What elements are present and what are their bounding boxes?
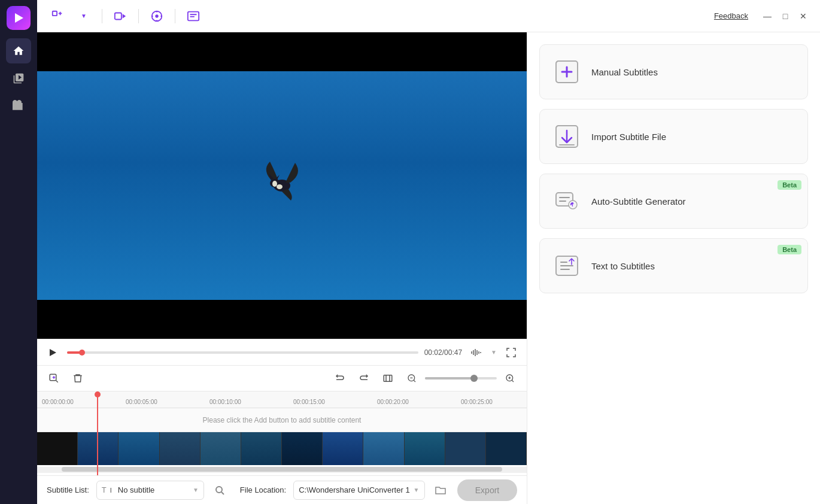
svg-point-10 bbox=[272, 181, 277, 187]
svg-rect-13 bbox=[471, 351, 472, 354]
add-media-button[interactable] bbox=[47, 5, 68, 27]
minimize-button[interactable]: — bbox=[760, 9, 775, 23]
video-black-bottom bbox=[37, 300, 527, 339]
video-frame bbox=[37, 32, 527, 339]
svg-rect-2 bbox=[115, 13, 122, 19]
window-controls: — □ ✕ bbox=[760, 9, 810, 23]
fullscreen-button[interactable] bbox=[503, 344, 520, 361]
subtitle-options: Manual Subtitles Import Subtit bbox=[527, 32, 820, 504]
manual-subtitles-icon bbox=[552, 57, 582, 87]
filmstrip-frame-3 bbox=[119, 432, 159, 465]
text-to-subtitles-beta-badge: Beta bbox=[778, 245, 801, 254]
filmstrip bbox=[37, 432, 527, 465]
text-to-subtitles-icon bbox=[552, 251, 582, 281]
text-to-subtitles-label: Text to Subtitles bbox=[591, 261, 655, 271]
file-location-label: File Location: bbox=[240, 485, 286, 494]
undo-button[interactable] bbox=[330, 369, 350, 388]
audio-waveform-button[interactable] bbox=[468, 344, 485, 361]
subtitle-list-select[interactable]: T I No subtitle ▼ bbox=[96, 481, 204, 500]
svg-marker-12 bbox=[50, 349, 56, 356]
svg-point-23 bbox=[216, 487, 222, 493]
manual-subtitles-label: Manual Subtitles bbox=[591, 67, 658, 77]
subtitle-search-button[interactable] bbox=[211, 482, 228, 499]
filmstrip-frame-11 bbox=[445, 432, 486, 465]
filmstrip-frame-2 bbox=[78, 432, 119, 465]
feedback-button[interactable]: Feedback bbox=[714, 11, 748, 20]
top-toolbar: ▼ bbox=[37, 0, 820, 32]
maximize-button[interactable]: □ bbox=[778, 9, 792, 23]
file-location-select[interactable]: C:\Wondershare UniConverter 1 ▼ bbox=[293, 481, 424, 500]
fit-to-screen-button[interactable] bbox=[378, 369, 397, 388]
subtitle-toolbar-button[interactable] bbox=[183, 5, 204, 27]
text-to-subtitles-card[interactable]: Text to Subtitles Beta bbox=[539, 238, 808, 293]
timeline-toolbar bbox=[37, 365, 527, 391]
auto-subtitle-label: Auto-Subtitle Generator bbox=[591, 196, 686, 207]
add-subtitle-button[interactable] bbox=[44, 369, 63, 388]
svg-line-24 bbox=[221, 492, 224, 494]
video-controls-bar: 00:02/00:47 ▼ bbox=[37, 339, 527, 365]
scrollbar-thumb[interactable] bbox=[62, 467, 502, 472]
svg-marker-0 bbox=[15, 13, 23, 23]
export-button[interactable]: Export bbox=[457, 479, 517, 501]
filmstrip-frame-1 bbox=[37, 432, 78, 465]
right-panel: Manual Subtitles Import Subtit bbox=[527, 32, 820, 504]
filmstrip-frame-6 bbox=[241, 432, 282, 465]
time-display: 00:02/00:47 bbox=[424, 348, 462, 357]
zoom-out-button[interactable] bbox=[402, 369, 421, 388]
timeline-ruler: 00:00:00:00 00:00:05:00 00:00:10:00 00:0… bbox=[37, 391, 527, 408]
app-logo bbox=[7, 6, 31, 30]
filmstrip-frame-12 bbox=[486, 432, 527, 465]
ruler-mark-2: 00:00:10:00 bbox=[209, 399, 241, 405]
file-path-value: C:\Wondershare UniConverter 1 bbox=[299, 485, 409, 494]
record-button[interactable] bbox=[110, 5, 131, 27]
svg-text:T: T bbox=[571, 202, 574, 208]
zoom-in-button[interactable] bbox=[500, 369, 520, 388]
filmstrip-frame-8 bbox=[323, 432, 363, 465]
redo-button[interactable] bbox=[354, 369, 373, 388]
svg-point-11 bbox=[277, 184, 283, 189]
separator-3 bbox=[175, 9, 175, 23]
zoom-handle[interactable] bbox=[470, 375, 478, 382]
video-black-top bbox=[37, 32, 527, 71]
progress-bar[interactable] bbox=[67, 351, 418, 354]
browse-folder-button[interactable] bbox=[432, 482, 449, 499]
delete-button[interactable] bbox=[68, 369, 87, 388]
auto-subtitle-icon: T bbox=[552, 186, 582, 216]
ruler-mark-5: 00:00:25:00 bbox=[461, 399, 493, 405]
auto-subtitle-card[interactable]: T Auto-Subtitle Generator Beta bbox=[539, 174, 808, 229]
filmstrip-frame-5 bbox=[201, 432, 241, 465]
add-media-dropdown[interactable]: ▼ bbox=[73, 5, 95, 27]
close-button[interactable]: ✕ bbox=[796, 9, 810, 23]
svg-rect-15 bbox=[475, 349, 476, 356]
subtitle-list-label: Subtitle List: bbox=[47, 485, 89, 494]
import-subtitle-card[interactable]: Import Subtitle File bbox=[539, 109, 808, 164]
filmstrip-frame-7 bbox=[282, 432, 323, 465]
effects-button[interactable] bbox=[146, 5, 168, 27]
progress-handle[interactable] bbox=[79, 350, 85, 356]
auto-subtitle-beta-badge: Beta bbox=[778, 180, 801, 190]
svg-marker-3 bbox=[123, 14, 126, 18]
timeline-area: 00:00:00:00 00:00:05:00 00:00:10:00 00:0… bbox=[37, 391, 527, 475]
zoom-slider[interactable] bbox=[425, 377, 497, 379]
play-button[interactable] bbox=[44, 344, 61, 361]
sidebar-item-home[interactable] bbox=[6, 38, 31, 63]
subtitle-select-arrow: ▼ bbox=[193, 487, 199, 493]
separator-1 bbox=[102, 9, 102, 23]
manual-subtitles-card[interactable]: Manual Subtitles bbox=[539, 44, 808, 99]
video-content bbox=[37, 71, 527, 300]
bottom-bar: Subtitle List: T I No subtitle ▼ File Lo… bbox=[37, 475, 527, 504]
sidebar bbox=[0, 0, 37, 504]
playhead-top bbox=[95, 391, 101, 397]
filmstrip-frame-10 bbox=[405, 432, 445, 465]
zoom-fill bbox=[425, 377, 472, 379]
zoom-controls bbox=[402, 369, 520, 388]
import-subtitle-icon bbox=[552, 122, 582, 151]
timeline-scrollbar[interactable] bbox=[37, 467, 527, 473]
sidebar-item-tools[interactable] bbox=[6, 93, 31, 119]
svg-rect-1 bbox=[53, 11, 57, 15]
video-panel: 00:02/00:47 ▼ bbox=[37, 32, 527, 504]
ruler-mark-4: 00:00:20:00 bbox=[377, 399, 409, 405]
ruler-mark-3: 00:00:15:00 bbox=[293, 399, 325, 405]
sidebar-item-media[interactable] bbox=[6, 66, 31, 91]
waveform-dropdown[interactable]: ▼ bbox=[491, 349, 497, 356]
